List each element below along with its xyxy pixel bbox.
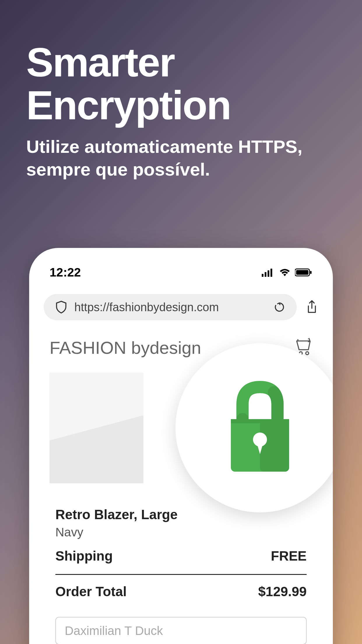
svg-rect-1 [265, 272, 266, 277]
svg-rect-11 [231, 419, 289, 423]
phone-mockup: 12:22 https://fas [29, 248, 333, 644]
share-icon[interactable] [305, 300, 318, 315]
svg-rect-5 [296, 270, 308, 275]
svg-rect-3 [270, 269, 272, 277]
shield-icon[interactable] [55, 301, 67, 314]
reload-icon[interactable] [273, 301, 285, 313]
cart-count: 1 [307, 337, 311, 344]
shipping-row: Shipping FREE [55, 548, 307, 575]
lock-badge [175, 343, 333, 512]
svg-rect-2 [268, 270, 269, 277]
svg-rect-6 [310, 271, 312, 274]
svg-rect-0 [262, 274, 263, 277]
status-bar: 12:22 [29, 248, 333, 288]
total-label: Order Total [55, 584, 127, 599]
battery-icon [295, 268, 312, 276]
name-input[interactable]: Daximilian T Duck [55, 617, 307, 644]
hero-subtitle: Utilize automaticamente HTTPS, sempre qu… [0, 135, 362, 181]
site-title: FASHION bydesign [50, 338, 201, 358]
browser-toolbar: https://fashionbydesign.com [29, 288, 333, 329]
site-title-brand: FASHION [50, 338, 131, 358]
hero-title: Smarter Encryption [0, 0, 362, 135]
total-row: Order Total $129.99 [55, 575, 307, 599]
product-image-placeholder [50, 372, 143, 483]
total-value: $129.99 [258, 584, 307, 599]
shipping-label: Shipping [55, 548, 113, 564]
wifi-icon [279, 268, 291, 277]
checkout-content: Retro Blazer, Large Navy Shipping FREE O… [29, 367, 333, 644]
url-text: https://fashionbydesign.com [74, 301, 266, 314]
status-time: 12:22 [50, 265, 81, 279]
shipping-value: FREE [271, 548, 307, 564]
status-icons [262, 268, 312, 277]
site-title-sub: bydesign [131, 338, 201, 358]
name-input-value: Daximilian T Duck [65, 624, 163, 638]
product-color: Navy [55, 525, 307, 539]
svg-point-8 [306, 352, 309, 355]
svg-rect-10 [260, 419, 289, 472]
address-bar[interactable]: https://fashionbydesign.com [44, 294, 297, 320]
signal-icon [262, 268, 275, 277]
order-summary: Retro Blazer, Large Navy Shipping FREE O… [50, 507, 312, 644]
lock-icon [216, 378, 304, 477]
